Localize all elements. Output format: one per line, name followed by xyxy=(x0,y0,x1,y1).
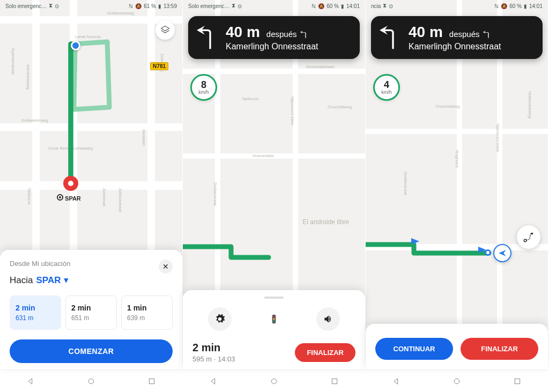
layers-icon xyxy=(160,25,170,35)
route-polyline xyxy=(0,0,182,236)
clock-text: 13:59 xyxy=(164,3,177,9)
svg-point-4 xyxy=(273,318,274,320)
navigation-bottom-sheet: 2 min 595 m · 14:03 FINALIZAR xyxy=(183,290,365,369)
route-option-1[interactable]: 2 min 631 m xyxy=(10,295,61,330)
turn-left-icon xyxy=(380,24,401,51)
network-status: Solo emergenc… xyxy=(5,3,47,9)
svg-point-8 xyxy=(524,239,526,242)
svg-point-9 xyxy=(531,233,533,235)
close-button[interactable]: ✕ xyxy=(159,260,173,273)
destination-name: SPAR xyxy=(36,275,61,286)
sheet-handle[interactable] xyxy=(264,297,284,299)
start-navigation-button[interactable]: COMENZAR xyxy=(10,339,173,363)
network-status: ncia xyxy=(371,3,381,9)
battery-icon: ▮ xyxy=(524,3,527,9)
route-summary-sheet: Desde Mi ubicación ✕ Hacia SPAR ▾ 2 min … xyxy=(0,250,182,369)
route-origin-marker xyxy=(485,249,491,256)
recent-icon[interactable] xyxy=(330,377,339,386)
back-icon[interactable] xyxy=(26,377,35,386)
eta-details: 595 m · 14:03 xyxy=(192,355,235,363)
status-bar: Solo emergenc… ⧗ ⊙ ℕ 🔕 61 % ▮ 13:59 xyxy=(0,0,182,12)
poi-label: SPAR xyxy=(57,194,81,202)
back-icon[interactable] xyxy=(209,377,218,386)
android-nav-bar xyxy=(366,369,548,392)
turn-street: Kamerlingh Onnesstraat xyxy=(409,42,534,51)
location-icon: ⊙ xyxy=(389,3,393,9)
android-nav-bar xyxy=(183,369,365,392)
svg-point-0 xyxy=(88,379,93,383)
nfc-icon: ℕ xyxy=(494,3,499,9)
route-option-3[interactable]: 1 min 639 m xyxy=(121,295,173,330)
battery-text: 60 % xyxy=(327,3,339,9)
android-nav-bar xyxy=(0,369,182,392)
turn-instruction-banner[interactable]: 40 m después Kamerlingh Onnesstraat xyxy=(371,16,543,59)
clock-text: 14:01 xyxy=(346,3,360,9)
gear-icon xyxy=(214,314,225,324)
speed-value: 8 xyxy=(201,80,206,90)
svg-rect-7 xyxy=(332,379,337,383)
turn-street: Kamerlingh Onnesstraat xyxy=(226,42,351,51)
home-icon[interactable] xyxy=(87,377,95,386)
hourglass-icon: ⧗ xyxy=(232,3,235,9)
layers-button[interactable] xyxy=(155,20,175,40)
sound-button[interactable] xyxy=(316,307,340,331)
destination-marker xyxy=(63,176,78,191)
phone-screen-1: Solo emergenc… ⧗ ⊙ ℕ 🔕 61 % ▮ 13:59 Holl… xyxy=(0,0,183,392)
turn-left-icon xyxy=(197,24,218,51)
home-icon[interactable] xyxy=(270,377,278,386)
turn-after: después xyxy=(266,29,309,39)
location-icon: ⊙ xyxy=(55,3,59,9)
speed-indicator: 4 km/h xyxy=(373,74,400,101)
map-canvas[interactable]: Churchillweg Nijenoord Allee Dolderstraa… xyxy=(366,0,548,324)
phone-screen-2: Solo emergenc… ⧗ ⊙ ℕ 🔕 60 % ▮ 14:01 Mond… xyxy=(183,0,366,392)
finalize-button[interactable]: FINALIZAR xyxy=(461,338,538,360)
status-bar: Solo emergenc… ⧗ ⊙ ℕ 🔕 60 % ▮ 14:01 xyxy=(183,0,365,12)
hourglass-icon: ⧗ xyxy=(383,3,387,9)
end-navigation-button[interactable]: FINALIZAR xyxy=(295,343,355,362)
hourglass-icon: ⧗ xyxy=(49,3,53,9)
phone-screen-3: ncia ⧗ ⊙ ℕ 🔕 60 % ▮ 14:01 Churchillweg N… xyxy=(366,0,548,392)
svg-point-5 xyxy=(273,321,274,322)
recent-icon[interactable] xyxy=(147,377,156,386)
bell-off-icon: 🔕 xyxy=(135,3,142,9)
svg-point-10 xyxy=(454,379,459,383)
turn-left-small-icon xyxy=(483,30,492,39)
turn-after: después xyxy=(449,29,492,39)
speaker-icon xyxy=(323,314,333,324)
to-label: Hacia xyxy=(10,275,33,286)
route-options: 2 min 631 m 2 min 651 m 1 min 639 m xyxy=(10,295,173,330)
chevron-down-icon: ▾ xyxy=(64,275,69,286)
route-icon xyxy=(523,231,535,243)
battery-icon: ▮ xyxy=(341,3,344,9)
home-icon[interactable] xyxy=(452,377,461,386)
status-bar: ncia ⧗ ⊙ ℕ 🔕 60 % ▮ 14:01 xyxy=(366,0,548,12)
speed-unit: km/h xyxy=(381,90,392,95)
svg-rect-11 xyxy=(515,379,520,383)
settings-button[interactable] xyxy=(208,307,232,331)
road-sign-badge: N781 xyxy=(150,62,168,70)
route-option-2[interactable]: 2 min 651 m xyxy=(65,295,117,330)
bell-off-icon: 🔕 xyxy=(318,3,324,9)
map-canvas[interactable]: Hollandseweg Lanai Nourdu Eykmanstraat A… xyxy=(0,0,182,250)
continue-button[interactable]: CONTINUAR xyxy=(375,338,453,360)
turn-left-small-icon xyxy=(300,30,309,39)
svg-rect-1 xyxy=(150,379,154,383)
battery-text: 61 % xyxy=(144,3,156,9)
traffic-light-button[interactable] xyxy=(262,307,286,331)
svg-point-3 xyxy=(273,316,274,317)
recent-icon[interactable] xyxy=(513,377,522,386)
back-icon[interactable] xyxy=(392,377,400,386)
current-position-arrow xyxy=(493,244,511,262)
map-canvas[interactable]: Mondriaanlaan Tarthorst Nijenoord Allee … xyxy=(183,0,365,290)
destination-row[interactable]: Hacia SPAR ▾ xyxy=(10,275,173,286)
poi-pin-icon xyxy=(57,194,63,201)
svg-point-6 xyxy=(271,379,276,383)
turn-instruction-banner[interactable]: 40 m después Kamerlingh Onnesstraat xyxy=(188,16,360,59)
from-label: Desde Mi ubicación xyxy=(10,260,70,268)
paused-navigation-sheet: CONTINUAR FINALIZAR xyxy=(366,324,548,369)
turn-distance: 40 m xyxy=(226,24,260,41)
nfc-icon: ℕ xyxy=(129,3,133,9)
nfc-icon: ℕ xyxy=(311,3,316,9)
current-location-marker xyxy=(71,41,80,50)
route-alternatives-button[interactable] xyxy=(517,225,540,249)
